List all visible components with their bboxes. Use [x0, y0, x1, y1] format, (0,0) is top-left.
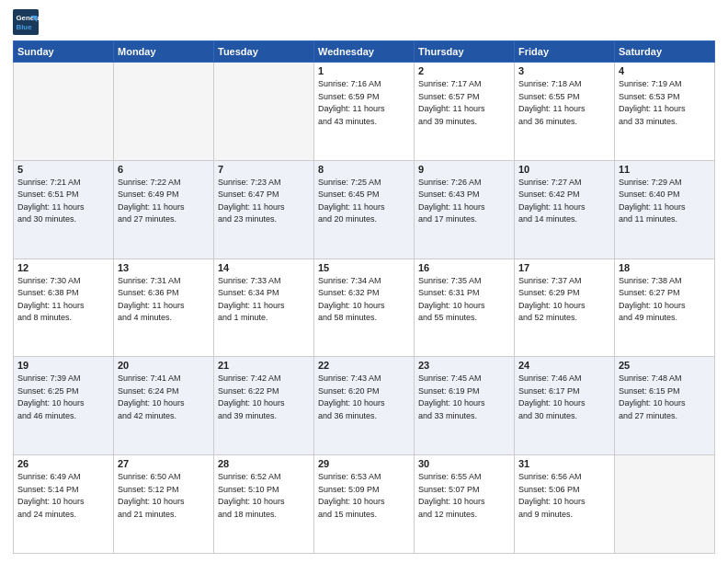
- calendar-week-row: 26Sunrise: 6:49 AM Sunset: 5:14 PM Dayli…: [14, 455, 715, 554]
- day-info: Sunrise: 7:25 AM Sunset: 6:45 PM Dayligh…: [318, 177, 410, 226]
- day-info: Sunrise: 6:49 AM Sunset: 5:14 PM Dayligh…: [17, 471, 109, 521]
- day-number: 16: [418, 262, 510, 273]
- day-info: Sunrise: 7:43 AM Sunset: 6:20 PM Dayligh…: [318, 373, 410, 422]
- table-row: [14, 63, 114, 161]
- day-number: 18: [619, 262, 711, 273]
- day-info: Sunrise: 7:23 AM Sunset: 6:47 PM Dayligh…: [218, 177, 310, 226]
- day-number: 25: [619, 360, 711, 371]
- day-number: 14: [218, 262, 310, 273]
- day-info: Sunrise: 7:46 AM Sunset: 6:17 PM Dayligh…: [518, 373, 610, 422]
- header-wednesday: Wednesday: [314, 41, 415, 63]
- table-row: 10Sunrise: 7:27 AM Sunset: 6:42 PM Dayli…: [515, 160, 615, 259]
- table-row: 15Sunrise: 7:34 AM Sunset: 6:32 PM Dayli…: [314, 259, 415, 357]
- day-number: 6: [118, 164, 210, 175]
- table-row: 26Sunrise: 6:49 AM Sunset: 5:14 PM Dayli…: [14, 455, 114, 554]
- day-number: 3: [518, 65, 610, 76]
- day-number: 5: [17, 164, 109, 175]
- header-friday: Friday: [515, 41, 615, 63]
- table-row: 9Sunrise: 7:26 AM Sunset: 6:43 PM Daylig…: [415, 160, 515, 259]
- svg-text:Blue: Blue: [17, 23, 33, 31]
- table-row: 7Sunrise: 7:23 AM Sunset: 6:47 PM Daylig…: [214, 160, 314, 259]
- header-saturday: Saturday: [615, 41, 715, 63]
- day-number: 22: [318, 360, 410, 371]
- table-row: 29Sunrise: 6:53 AM Sunset: 5:09 PM Dayli…: [314, 455, 415, 554]
- day-info: Sunrise: 6:53 AM Sunset: 5:09 PM Dayligh…: [318, 471, 410, 521]
- calendar-week-row: 12Sunrise: 7:30 AM Sunset: 6:38 PM Dayli…: [14, 259, 715, 357]
- calendar-week-row: 1Sunrise: 7:16 AM Sunset: 6:59 PM Daylig…: [14, 63, 715, 161]
- day-number: 12: [17, 262, 109, 273]
- day-number: 7: [218, 164, 310, 175]
- day-info: Sunrise: 7:30 AM Sunset: 6:38 PM Dayligh…: [17, 275, 109, 325]
- day-number: 23: [418, 360, 510, 371]
- day-info: Sunrise: 7:33 AM Sunset: 6:34 PM Dayligh…: [218, 275, 310, 325]
- table-row: 2Sunrise: 7:17 AM Sunset: 6:57 PM Daylig…: [415, 63, 515, 161]
- day-number: 27: [118, 458, 210, 469]
- day-info: Sunrise: 7:18 AM Sunset: 6:55 PM Dayligh…: [518, 78, 610, 128]
- header-sunday: Sunday: [14, 41, 114, 63]
- page: General Blue Sunday Monday Tuesday Wedne…: [0, 0, 728, 563]
- table-row: [615, 455, 715, 554]
- day-number: 9: [418, 164, 510, 175]
- weekday-header-row: Sunday Monday Tuesday Wednesday Thursday…: [14, 41, 715, 63]
- day-info: Sunrise: 7:29 AM Sunset: 6:40 PM Dayligh…: [619, 177, 711, 226]
- day-info: Sunrise: 6:50 AM Sunset: 5:12 PM Dayligh…: [118, 471, 210, 521]
- day-info: Sunrise: 7:38 AM Sunset: 6:27 PM Dayligh…: [619, 275, 711, 325]
- day-number: 21: [218, 360, 310, 371]
- table-row: [214, 63, 314, 161]
- day-number: 31: [518, 458, 610, 469]
- table-row: 4Sunrise: 7:19 AM Sunset: 6:53 PM Daylig…: [615, 63, 715, 161]
- day-number: 30: [418, 458, 510, 469]
- table-row: 14Sunrise: 7:33 AM Sunset: 6:34 PM Dayli…: [214, 259, 314, 357]
- table-row: 8Sunrise: 7:25 AM Sunset: 6:45 PM Daylig…: [314, 160, 415, 259]
- header: General Blue: [13, 9, 715, 35]
- day-number: 13: [118, 262, 210, 273]
- day-number: 24: [518, 360, 610, 371]
- header-tuesday: Tuesday: [214, 41, 314, 63]
- day-info: Sunrise: 7:19 AM Sunset: 6:53 PM Dayligh…: [619, 78, 711, 128]
- table-row: 25Sunrise: 7:48 AM Sunset: 6:15 PM Dayli…: [615, 357, 715, 455]
- day-info: Sunrise: 7:39 AM Sunset: 6:25 PM Dayligh…: [17, 373, 109, 422]
- day-info: Sunrise: 6:56 AM Sunset: 5:06 PM Dayligh…: [518, 471, 610, 521]
- day-info: Sunrise: 7:45 AM Sunset: 6:19 PM Dayligh…: [418, 373, 510, 422]
- day-info: Sunrise: 7:42 AM Sunset: 6:22 PM Dayligh…: [218, 373, 310, 422]
- table-row: 11Sunrise: 7:29 AM Sunset: 6:40 PM Dayli…: [615, 160, 715, 259]
- day-info: Sunrise: 7:16 AM Sunset: 6:59 PM Dayligh…: [318, 78, 410, 128]
- day-number: 11: [619, 164, 711, 175]
- table-row: 16Sunrise: 7:35 AM Sunset: 6:31 PM Dayli…: [415, 259, 515, 357]
- day-info: Sunrise: 7:35 AM Sunset: 6:31 PM Dayligh…: [418, 275, 510, 325]
- day-number: 8: [318, 164, 410, 175]
- calendar-week-row: 5Sunrise: 7:21 AM Sunset: 6:51 PM Daylig…: [14, 160, 715, 259]
- table-row: 1Sunrise: 7:16 AM Sunset: 6:59 PM Daylig…: [314, 63, 415, 161]
- calendar-table: Sunday Monday Tuesday Wednesday Thursday…: [13, 40, 715, 554]
- day-info: Sunrise: 7:21 AM Sunset: 6:51 PM Dayligh…: [17, 177, 109, 226]
- table-row: 31Sunrise: 6:56 AM Sunset: 5:06 PM Dayli…: [515, 455, 615, 554]
- day-number: 29: [318, 458, 410, 469]
- table-row: 12Sunrise: 7:30 AM Sunset: 6:38 PM Dayli…: [14, 259, 114, 357]
- day-number: 1: [318, 65, 410, 76]
- table-row: 23Sunrise: 7:45 AM Sunset: 6:19 PM Dayli…: [415, 357, 515, 455]
- table-row: 28Sunrise: 6:52 AM Sunset: 5:10 PM Dayli…: [214, 455, 314, 554]
- table-row: 24Sunrise: 7:46 AM Sunset: 6:17 PM Dayli…: [515, 357, 615, 455]
- day-number: 28: [218, 458, 310, 469]
- table-row: [114, 63, 214, 161]
- table-row: 27Sunrise: 6:50 AM Sunset: 5:12 PM Dayli…: [114, 455, 214, 554]
- table-row: 30Sunrise: 6:55 AM Sunset: 5:07 PM Dayli…: [415, 455, 515, 554]
- day-info: Sunrise: 7:22 AM Sunset: 6:49 PM Dayligh…: [118, 177, 210, 226]
- day-number: 15: [318, 262, 410, 273]
- day-info: Sunrise: 7:17 AM Sunset: 6:57 PM Dayligh…: [418, 78, 510, 128]
- table-row: 19Sunrise: 7:39 AM Sunset: 6:25 PM Dayli…: [14, 357, 114, 455]
- day-number: 2: [418, 65, 510, 76]
- day-info: Sunrise: 7:41 AM Sunset: 6:24 PM Dayligh…: [118, 373, 210, 422]
- logo-icon: General Blue: [13, 9, 39, 35]
- table-row: 22Sunrise: 7:43 AM Sunset: 6:20 PM Dayli…: [314, 357, 415, 455]
- day-number: 10: [518, 164, 610, 175]
- day-info: Sunrise: 7:27 AM Sunset: 6:42 PM Dayligh…: [518, 177, 610, 226]
- day-info: Sunrise: 7:26 AM Sunset: 6:43 PM Dayligh…: [418, 177, 510, 226]
- day-info: Sunrise: 7:34 AM Sunset: 6:32 PM Dayligh…: [318, 275, 410, 325]
- table-row: 3Sunrise: 7:18 AM Sunset: 6:55 PM Daylig…: [515, 63, 615, 161]
- header-thursday: Thursday: [415, 41, 515, 63]
- table-row: 20Sunrise: 7:41 AM Sunset: 6:24 PM Dayli…: [114, 357, 214, 455]
- table-row: 5Sunrise: 7:21 AM Sunset: 6:51 PM Daylig…: [14, 160, 114, 259]
- day-number: 19: [17, 360, 109, 371]
- day-number: 4: [619, 65, 711, 76]
